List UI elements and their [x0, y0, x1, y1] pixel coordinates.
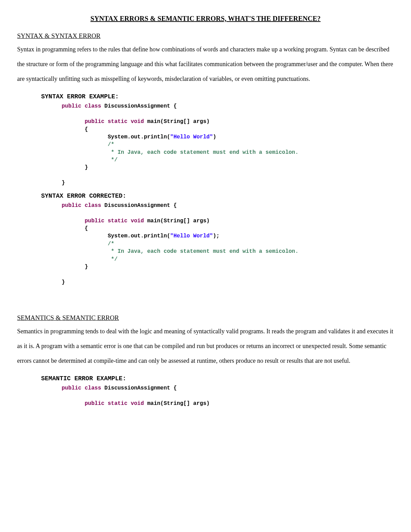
- semantic-error-example-heading: SEMANTIC ERROR EXAMPLE:: [41, 374, 394, 383]
- syntax-error-corrected-code: public class DiscussionAssignment { publ…: [62, 202, 394, 286]
- syntax-error-example-code: public class DiscussionAssignment { publ…: [62, 102, 394, 187]
- syntax-error-corrected-heading: SYNTAX ERROR CORRECTED:: [41, 192, 394, 200]
- syntax-heading: SYNTAX & SYNTAX ERROR: [17, 32, 394, 41]
- syntax-error-example-heading: SYNTAX ERROR EXAMPLE:: [41, 92, 394, 101]
- syntax-body: Syntax in programming refers to the rule…: [17, 42, 394, 87]
- page-title: SYNTAX ERRORS & SEMANTIC ERRORS, WHAT'S …: [17, 14, 394, 23]
- semantic-error-example-code: public class DiscussionAssignment { publ…: [62, 384, 394, 407]
- semantics-body: Semantics in programming tends to deal w…: [17, 324, 394, 369]
- semantics-heading: SEMANTICS & SEMANTIC ERROR: [17, 313, 394, 323]
